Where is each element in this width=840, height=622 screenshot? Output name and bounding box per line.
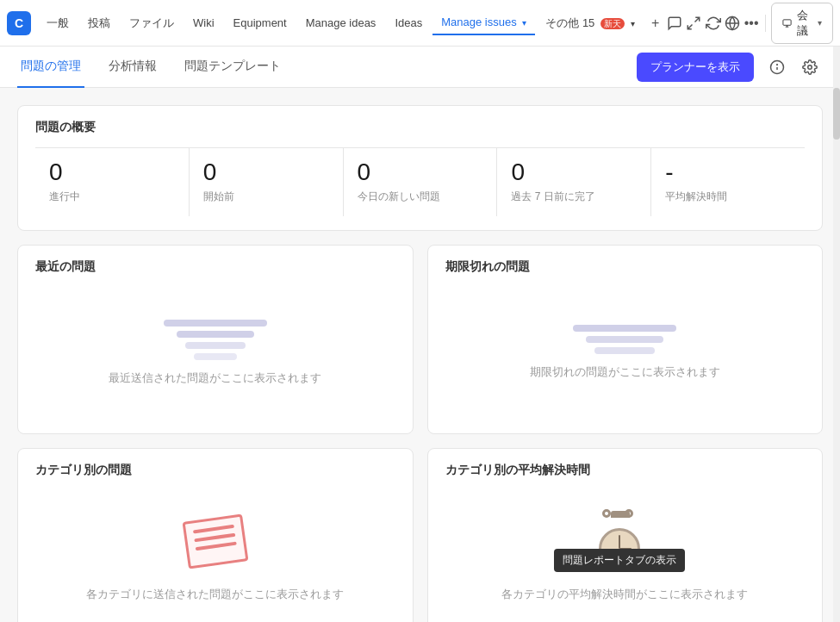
over-ill-line-2 [586,336,663,343]
category-issues-empty: 各カテゴリに送信された問題がここに表示されます [35,488,395,622]
clock-illustration [590,509,659,569]
nav-separator [765,15,766,32]
nav-item-posts[interactable]: 投稿 [79,10,119,36]
stat-avg-time: - 平均解決時間 [651,148,805,216]
stat-not-started-label: 開始前 [203,190,329,204]
meeting-button[interactable]: 会議 ▾ [771,3,833,44]
info-icon-btn[interactable] [764,54,790,80]
category-issues-empty-text: 各カテゴリに送信された問題がここに表示されます [86,587,344,602]
stat-avg-time-value: - [665,160,791,184]
over-ill-line-3 [594,347,655,354]
sub-navigation: 問題の管理 分析情報 問題テンプレート プランナーを表示 [0,47,840,88]
overdue-illustration [573,325,676,354]
stat-completed-label: 過去 7 日前に完了 [511,190,637,204]
app-logo[interactable]: C [7,11,31,35]
stat-in-progress-value: 0 [49,160,175,184]
overdue-issues-empty: 期限切れの問題がここに表示されます [445,285,806,420]
avg-time-card: カテゴリ別の平均解決時間 各カテゴリの平均解決時間がここに表示されます [427,448,824,622]
nav-item-ideas[interactable]: Ideas [386,11,431,34]
more-icon-btn[interactable]: ••• [743,10,760,36]
globe-icon-btn[interactable] [724,10,741,36]
tab-analytics[interactable]: 分析情報 [105,47,160,88]
stat-completed: 0 過去 7 日前に完了 [497,148,651,216]
nav-item-equipment[interactable]: Equipment [225,11,296,34]
stat-not-started-value: 0 [203,160,329,184]
chat-icon-btn[interactable] [666,10,683,36]
nav-item-other[interactable]: その他 15 新天 ▾ [537,10,643,36]
overdue-issues-empty-text: 期限切れの問題がここに表示されます [530,364,720,380]
meeting-chevron-icon: ▾ [818,18,822,28]
stat-new-today: 0 今日の新しい問題 [344,148,498,216]
category-issues-title: カテゴリ別の問題 [35,463,395,478]
summary-title: 問題の概要 [35,120,805,135]
manage-issues-dropdown-icon: ▾ [522,18,526,28]
tab-issue-templates[interactable]: 問題テンプレート [181,47,284,88]
stat-in-progress: 0 進行中 [35,148,190,216]
cards-grid: 最近の問題 最近送信された問題がここに表示されます 期限切れの問題 [17,245,823,622]
scroll-thumb[interactable] [833,88,840,140]
over-ill-line-1 [573,325,676,332]
svg-rect-2 [783,19,791,24]
stat-not-started: 0 開始前 [190,148,344,216]
stat-completed-value: 0 [511,160,637,184]
avg-time-title: カテゴリ別の平均解決時間 [445,463,806,478]
avg-time-empty-text: 各カテゴリの平均解決時間がここに表示されます [501,587,748,602]
overdue-issues-title: 期限切れの問題 [445,259,806,275]
recent-issues-title: 最近の問題 [35,259,395,275]
recent-issues-empty-text: 最近送信された問題がここに表示されます [109,370,321,386]
book-illustration [181,509,250,569]
summary-card: 問題の概要 0 進行中 0 開始前 0 今日の新しい問題 0 過去 7 日前に完… [17,105,823,231]
ill-line-2 [177,331,254,338]
summary-stats: 0 進行中 0 開始前 0 今日の新しい問題 0 過去 7 日前に完了 - 平均… [35,147,805,216]
nav-item-general[interactable]: 一般 [38,10,78,36]
recent-issues-card: 最近の問題 最近送信された問題がここに表示されます [17,245,414,434]
recent-issues-empty: 最近送信された問題がここに表示されます [35,285,395,420]
stat-avg-time-label: 平均解決時間 [665,190,791,204]
overdue-issues-card: 期限切れの問題 期限切れの問題がここに表示されます [427,245,824,434]
other-dropdown-icon: ▾ [631,19,635,28]
svg-point-6 [808,65,812,69]
other-badge: 新天 [600,18,625,29]
main-content: 問題の概要 0 進行中 0 開始前 0 今日の新しい問題 0 過去 7 日前に完… [0,88,840,622]
recent-illustration [164,320,267,360]
planner-button[interactable]: プランナーを表示 [637,53,754,82]
nav-item-manage-ideas[interactable]: Manage ideas [297,11,385,34]
nav-item-wiki[interactable]: Wiki [184,11,223,34]
stat-new-today-label: 今日の新しい問題 [358,190,483,204]
category-issues-card: カテゴリ別の問題 各カテゴリに送信された問題がここに表示されます [17,448,414,622]
stat-new-today-value: 0 [358,160,483,184]
nav-item-manage-issues[interactable]: Manage issues ▾ [432,10,535,35]
ill-line-1 [164,320,267,327]
avg-time-empty: 各カテゴリの平均解決時間がここに表示されます [445,488,806,622]
scroll-track[interactable] [833,47,840,622]
top-navigation: C 一般 投稿 ファイル Wiki Equipment Manage ideas… [0,0,840,47]
tab-issues-management[interactable]: 問題の管理 [17,47,84,88]
nav-item-files[interactable]: ファイル [121,10,183,36]
settings-icon-btn[interactable] [797,54,823,80]
ill-line-3 [185,342,246,349]
book-shape [182,513,248,569]
sub-nav-icons [764,54,823,80]
expand-icon-btn[interactable] [685,10,702,36]
stat-in-progress-label: 進行中 [49,190,175,204]
add-button[interactable]: + [647,10,664,36]
ill-line-4 [194,353,237,360]
refresh-icon-btn[interactable] [704,10,721,36]
